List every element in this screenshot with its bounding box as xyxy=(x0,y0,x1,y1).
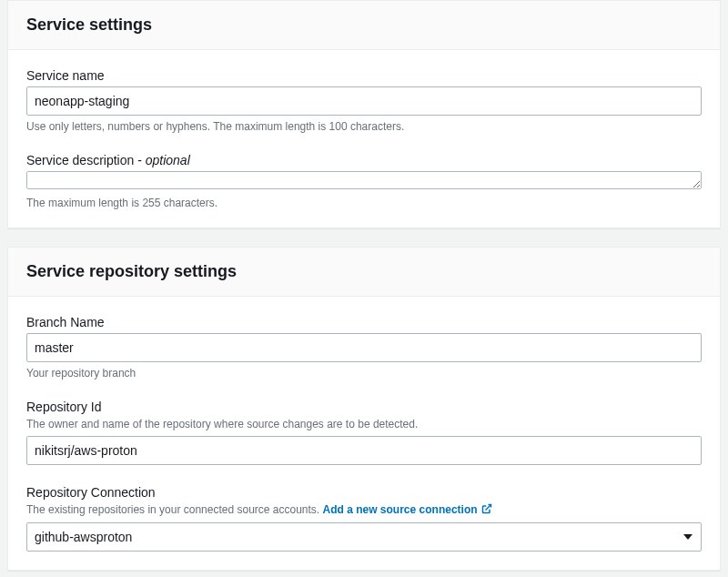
service-description-optional: optional xyxy=(146,153,190,167)
repo-settings-title: Service repository settings xyxy=(26,262,702,281)
branch-name-hint: Your repository branch xyxy=(26,367,702,380)
repository-id-label: Repository Id xyxy=(26,400,702,414)
branch-name-input[interactable] xyxy=(26,333,702,362)
service-name-group: Service name Use only letters, numbers o… xyxy=(26,68,702,133)
repository-connection-select-wrapper: github-awsproton xyxy=(26,522,702,552)
service-settings-header: Service settings xyxy=(8,1,720,50)
branch-name-label: Branch Name xyxy=(26,315,702,329)
service-description-input[interactable] xyxy=(26,171,702,189)
service-description-group: Service description - optional The maxim… xyxy=(26,153,702,209)
add-source-connection-link[interactable]: Add a new source connection xyxy=(323,503,492,516)
repository-connection-group: Repository Connection The existing repos… xyxy=(26,485,702,552)
repo-settings-header: Service repository settings xyxy=(8,248,720,297)
service-description-label: Service description - optional xyxy=(26,153,702,167)
repo-settings-body: Branch Name Your repository branch Repos… xyxy=(8,297,720,570)
service-settings-panel: Service settings Service name Use only l… xyxy=(7,0,721,228)
service-settings-title: Service settings xyxy=(26,15,702,35)
service-name-hint: Use only letters, numbers or hyphens. Th… xyxy=(26,120,702,133)
add-source-connection-link-text: Add a new source connection xyxy=(323,503,478,516)
repository-id-hint: The owner and name of the repository whe… xyxy=(26,418,702,430)
repository-connection-hint-row: The existing repositories in your connec… xyxy=(26,503,702,517)
service-name-label: Service name xyxy=(26,68,702,83)
repository-id-group: Repository Id The owner and name of the … xyxy=(26,400,702,465)
external-link-icon xyxy=(481,503,492,517)
repository-connection-hint: The existing repositories in your connec… xyxy=(26,503,323,516)
service-description-label-text: Service description - xyxy=(26,153,146,167)
branch-name-group: Branch Name Your repository branch xyxy=(26,315,702,380)
repository-connection-label: Repository Connection xyxy=(26,485,702,500)
repository-connection-select[interactable]: github-awsproton xyxy=(26,522,702,552)
service-name-input[interactable] xyxy=(26,86,702,116)
service-settings-body: Service name Use only letters, numbers o… xyxy=(8,50,720,228)
service-description-hint: The maximum length is 255 characters. xyxy=(26,197,702,209)
repository-id-input[interactable] xyxy=(26,436,702,465)
repo-settings-panel: Service repository settings Branch Name … xyxy=(7,247,721,571)
